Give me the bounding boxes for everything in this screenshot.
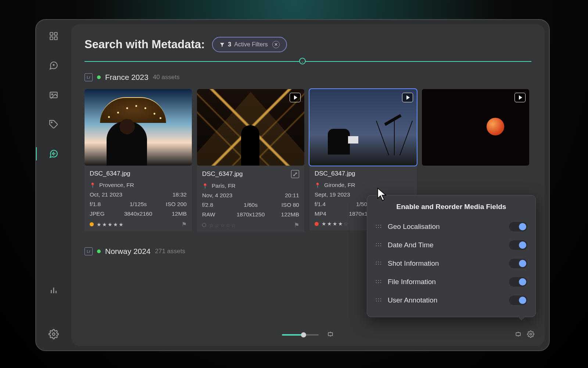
- star-rating[interactable]: ★★★★☆: [322, 221, 349, 227]
- popup-row-label: Date And Time: [388, 241, 503, 249]
- drag-handle-icon[interactable]: [375, 279, 382, 284]
- play-icon[interactable]: [402, 93, 413, 102]
- asset-thumbnail[interactable]: [85, 89, 192, 166]
- play-icon[interactable]: [290, 93, 301, 102]
- popup-row-shot[interactable]: Shot Information: [375, 254, 527, 273]
- asset-thumbnail[interactable]: [309, 89, 417, 166]
- asset-shutter: 1/60s: [236, 202, 265, 208]
- star-rating[interactable]: ★★★★★: [97, 222, 124, 227]
- clear-filters-icon[interactable]: ✕: [272, 41, 280, 48]
- images-icon[interactable]: [48, 89, 60, 101]
- svg-point-15: [53, 333, 55, 336]
- collection-header: Lr France 2023 40 assets: [85, 73, 531, 82]
- grid-settings-icon[interactable]: [527, 330, 534, 339]
- collection-name: France 2023: [105, 73, 148, 82]
- popup-row-date[interactable]: Date And Time: [375, 236, 527, 254]
- color-tag-dot[interactable]: [202, 223, 206, 227]
- asset-resolution: 3840x2160: [123, 210, 153, 217]
- popup-row-user[interactable]: User Annotation: [375, 291, 527, 309]
- asset-size: 122MB: [269, 211, 299, 218]
- sidebar-nav: [36, 20, 71, 350]
- asset-filename: DSC_6347.jpg: [315, 170, 355, 177]
- drag-handle-icon[interactable]: [375, 261, 382, 266]
- asset-thumbnail[interactable]: [422, 89, 529, 166]
- asset-location: Paris, FR: [212, 183, 236, 189]
- asset-location: Provence, FR: [99, 182, 134, 188]
- asset-aperture: f/1.4: [315, 201, 344, 208]
- popup-row-label: File Information: [388, 278, 503, 286]
- location-icon: 📍: [315, 183, 320, 188]
- expand-icon[interactable]: ⤢: [291, 170, 299, 178]
- grid-view-icon[interactable]: [48, 30, 60, 42]
- popup-row-geo[interactable]: Geo Localisation: [375, 217, 527, 236]
- app-window: Search with Metadata: 3 Active Filters ✕…: [35, 19, 550, 351]
- view-options: [514, 330, 534, 339]
- color-tag-dot[interactable]: [315, 222, 319, 226]
- drag-handle-icon[interactable]: [375, 224, 382, 229]
- sync-status-dot: [97, 75, 101, 79]
- svg-point-22: [530, 333, 532, 335]
- popup-row-file[interactable]: File Information: [375, 273, 527, 291]
- source-badge: Lr: [85, 73, 93, 81]
- audio-chat-icon[interactable]: [48, 148, 60, 160]
- search-header: Search with Metadata: 3 Active Filters ✕: [85, 37, 531, 52]
- svg-point-7: [52, 94, 53, 95]
- location-icon: 📍: [202, 183, 208, 189]
- settings-icon[interactable]: [48, 328, 60, 340]
- svg-rect-1: [54, 32, 57, 35]
- play-icon[interactable]: [514, 93, 526, 102]
- popup-row-label: User Annotation: [388, 296, 503, 304]
- star-rating[interactable]: ☆☆☆☆☆: [209, 222, 237, 228]
- filter-label: Active Filters: [234, 41, 268, 48]
- svg-rect-16: [328, 333, 333, 336]
- toggle-switch[interactable]: [509, 277, 527, 287]
- zoom-control: [282, 330, 334, 339]
- asset-iso: ISO 80: [269, 202, 299, 208]
- zoom-slider-thumb[interactable]: [301, 332, 306, 337]
- stats-icon[interactable]: [48, 284, 60, 296]
- timeline-scrubber[interactable]: ⌄: [85, 61, 531, 62]
- asset-date: Sept, 19 2023: [315, 191, 350, 198]
- main-content: Search with Metadata: 3 Active Filters ✕…: [71, 24, 545, 346]
- asset-thumbnail[interactable]: [197, 89, 304, 166]
- asset-date: Oct, 21 2023: [90, 191, 122, 198]
- asset-location: Gironde, FR: [324, 182, 355, 188]
- display-mode-icon[interactable]: [514, 330, 522, 339]
- color-tag-dot[interactable]: [90, 222, 94, 226]
- toggle-switch[interactable]: [509, 240, 527, 250]
- sync-status-dot: [97, 250, 101, 253]
- asset-format: RAW: [202, 211, 232, 218]
- fit-screen-icon[interactable]: [327, 330, 334, 339]
- asset-format: MP4: [315, 210, 344, 217]
- asset-date: Nov, 4 2023: [202, 192, 232, 199]
- popup-title: Enable and Reorder Media Fields: [375, 203, 527, 211]
- toggle-switch[interactable]: [509, 259, 527, 268]
- chat-plus-icon[interactable]: [48, 60, 60, 71]
- toggle-switch[interactable]: [509, 296, 527, 305]
- asset-resolution: 1870x1250: [236, 211, 265, 218]
- asset-time: 18:32: [172, 191, 187, 198]
- asset-aperture: f/1.8: [90, 201, 119, 208]
- tag-icon[interactable]: [48, 118, 60, 130]
- popup-row-label: Geo Localisation: [388, 223, 503, 231]
- asset-metadata: DSC_6347.jpg 📍Provence, FR Oct, 21 2023 …: [85, 166, 192, 231]
- flag-icon[interactable]: ⚑: [294, 222, 299, 229]
- asset-aperture: f/2.8: [202, 202, 232, 208]
- drag-handle-icon[interactable]: [375, 243, 382, 248]
- toggle-switch[interactable]: [509, 222, 527, 231]
- asset-count: 271 assets: [155, 248, 185, 255]
- filter-count: 3: [228, 41, 231, 48]
- asset-filename: DSC_6347.jpg: [90, 170, 130, 177]
- asset-size: 12MB: [157, 210, 187, 217]
- asset-shutter: 1/125s: [123, 201, 153, 208]
- active-filters-pill[interactable]: 3 Active Filters ✕: [212, 37, 287, 52]
- search-title: Search with Metadata:: [85, 38, 205, 51]
- timeline-handle[interactable]: ⌄: [299, 58, 306, 64]
- flag-icon[interactable]: ⚑: [182, 221, 187, 228]
- asset-card[interactable]: DSC_6347.jpg ⤢ 📍Paris, FR Nov, 4 2023 20…: [197, 89, 304, 232]
- asset-card[interactable]: DSC_6347.jpg 📍Provence, FR Oct, 21 2023 …: [85, 89, 192, 232]
- svg-rect-19: [516, 333, 520, 336]
- svg-rect-2: [50, 37, 53, 40]
- zoom-slider[interactable]: [282, 334, 319, 336]
- drag-handle-icon[interactable]: [375, 298, 382, 303]
